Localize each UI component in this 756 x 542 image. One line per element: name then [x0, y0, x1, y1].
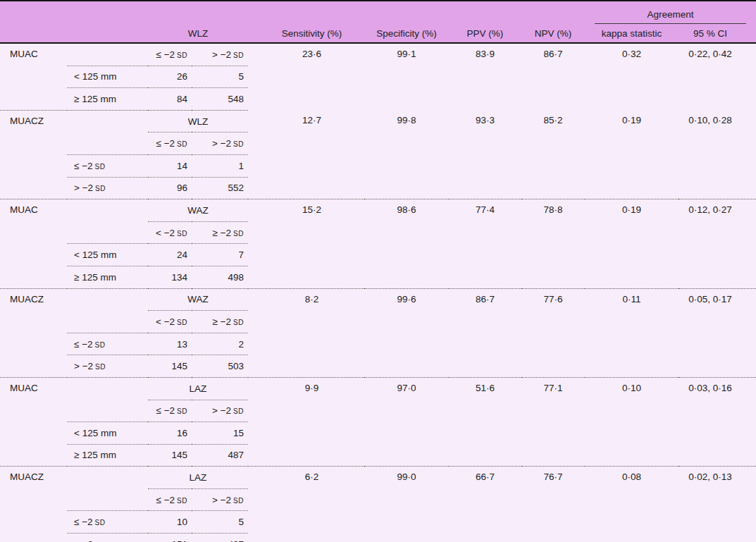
ci-value: 0·05, 0·17	[678, 288, 756, 377]
count-cell: 24	[148, 244, 192, 266]
row-label-text: ≤ −2	[74, 517, 93, 527]
kappa-value: 0·32	[585, 43, 678, 110]
count-cell: 26	[148, 66, 192, 88]
ci-value: 0·12, 0·27	[678, 199, 756, 288]
subcol-operator: < −2	[156, 228, 175, 238]
column-header-npv: NPV (%)	[521, 24, 585, 43]
ci-value: 0·02, 0·13	[678, 467, 756, 542]
count-cell: 96	[148, 177, 192, 199]
subcol-operator: ≤ −2	[156, 405, 175, 416]
sd-unit: SD	[95, 363, 106, 371]
ppv-value: 51·6	[449, 377, 521, 466]
row-label: ≥ 125 mm	[67, 266, 148, 288]
specificity-value: 99·0	[364, 467, 449, 542]
table-row: MUACZ WLZ 12·7 99·8 93·3 85·2 0·19 0·10,…	[0, 110, 756, 133]
sd-unit: SD	[233, 230, 244, 238]
row-label: ≤ −2SD	[67, 333, 148, 355]
column-header-wlz: WLZ	[148, 24, 248, 43]
row-label-text: < 125 mm	[74, 71, 116, 82]
table-row: MUACZ WAZ 8·2 99·6 86·7 77·6 0·11 0·05, …	[0, 288, 756, 311]
subcol-header: ≥ −2SD	[192, 221, 248, 244]
table-row: MUAC ≤ −2SD > −2SD 23·6 99·1 83·9 86·7 0…	[0, 43, 756, 66]
column-header-ci: 95 % CI	[678, 24, 756, 43]
row-label-text: ≤ −2	[74, 161, 93, 171]
kappa-value: 0·11	[585, 288, 678, 377]
row-label-text: > −2	[74, 183, 93, 193]
count-cell: 548	[192, 88, 248, 111]
subcol-header: ≤ −2SD	[148, 488, 192, 511]
subcol-operator: > −2	[212, 49, 231, 60]
sensitivity-value: 23·6	[248, 43, 364, 110]
table-row: MUAC WAZ 15·2 98·6 77·4 78·8 0·19 0·12, …	[0, 199, 756, 222]
count-cell: 10	[148, 511, 192, 534]
specificity-value: 98·6	[364, 199, 449, 288]
empty-cell	[67, 488, 148, 511]
count-cell: 552	[192, 177, 248, 199]
row-label: < 125 mm	[67, 422, 148, 445]
row-label: > −2SD	[67, 355, 148, 378]
column-header-kappa: kappa statistic	[585, 24, 678, 43]
empty-cell	[67, 43, 148, 66]
count-cell: 2	[192, 333, 248, 355]
table-header: Agreement WLZ Sensitivity (%) Specificit…	[0, 1, 756, 43]
sd-unit: SD	[177, 230, 187, 238]
count-cell: 151	[148, 534, 192, 542]
count-cell: 84	[148, 88, 192, 111]
row-label: < 125 mm	[67, 244, 148, 266]
row-label-text: > −2	[74, 539, 93, 542]
sensitivity-value: 6·2	[248, 467, 364, 542]
subcol-operator: > −2	[212, 495, 231, 505]
table-row: MUAC LAZ 9·9 97·0 51·6 77·1 0·10 0·03, 0…	[0, 377, 756, 400]
empty-cell	[67, 288, 148, 311]
count-cell: 497	[192, 534, 248, 542]
ppv-value: 77·4	[449, 199, 521, 288]
subcol-header: < −2SD	[148, 221, 192, 244]
specificity-value: 99·8	[364, 110, 449, 199]
ci-value: 0·03, 0·16	[678, 377, 756, 466]
subcol-operator: ≥ −2	[213, 316, 232, 327]
row-label: ≤ −2SD	[67, 154, 148, 177]
count-cell: 487	[192, 444, 248, 467]
subcol-operator: > −2	[212, 405, 231, 416]
specificity-value: 99·1	[364, 43, 449, 110]
sensitivity-value: 12·7	[248, 110, 364, 199]
column-header-row: WLZ Sensitivity (%) Specificity (%) PPV …	[0, 24, 756, 43]
row-label-text: ≤ −2	[74, 339, 93, 350]
ci-value: 0·22, 0·42	[678, 43, 756, 110]
count-cell: 503	[192, 355, 248, 378]
subcol-operator: ≤ −2	[156, 49, 175, 60]
row-label: ≤ −2SD	[67, 511, 148, 534]
sensitivity-value: 9·9	[248, 377, 364, 466]
sensitivity-value: 15·2	[248, 199, 364, 288]
empty-cell	[67, 377, 148, 400]
count-cell: 145	[148, 355, 192, 378]
row-label-text: ≥ 125 mm	[74, 272, 116, 283]
row-label-text: ≥ 125 mm	[74, 450, 116, 460]
count-cell: 5	[192, 511, 248, 534]
row-label-text: ≥ 125 mm	[74, 94, 116, 104]
subcol-header: ≤ −2SD	[148, 43, 192, 66]
sd-unit: SD	[177, 319, 187, 326]
row-group-label: MUAC	[0, 43, 67, 110]
header-spacer	[0, 1, 585, 24]
row-group-label: MUACZ	[0, 288, 67, 377]
sd-unit: SD	[177, 407, 187, 415]
sd-unit: SD	[95, 185, 106, 192]
header-spacer	[0, 24, 67, 43]
subcol-header: ≤ −2SD	[148, 400, 192, 422]
count-cell: 5	[192, 66, 248, 88]
npv-value: 78·8	[521, 199, 585, 288]
kappa-value: 0·19	[585, 110, 678, 199]
subcol-header: > −2SD	[192, 488, 248, 511]
measure-header: LAZ	[148, 377, 248, 400]
empty-cell	[67, 199, 148, 222]
count-cell: 134	[148, 266, 192, 288]
measure-header: WLZ	[148, 110, 248, 133]
measure-header: WAZ	[148, 199, 248, 222]
specificity-value: 97·0	[364, 377, 449, 466]
empty-cell	[67, 110, 148, 133]
empty-cell	[67, 133, 148, 155]
subcol-operator: < −2	[156, 316, 175, 327]
row-label: < 125 mm	[67, 66, 148, 88]
kappa-value: 0·08	[585, 467, 678, 542]
